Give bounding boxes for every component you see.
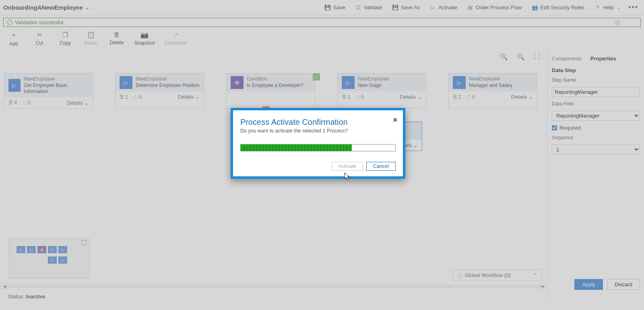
modal-subtitle: Do you want to activate the selected 1 P… xyxy=(240,128,396,134)
modal-cancel-button[interactable]: Cancel xyxy=(366,162,396,171)
modal-dialog: Process Activate Confirmation Do you wan… xyxy=(231,108,405,179)
modal-activate-button[interactable]: Activate xyxy=(332,162,363,171)
close-icon[interactable]: × xyxy=(393,116,397,124)
progress-fill xyxy=(241,145,352,151)
modal-title: Process Activate Confirmation xyxy=(240,118,396,127)
progress-bar xyxy=(240,144,396,151)
modal-actions: Activate Cancel xyxy=(240,162,396,171)
